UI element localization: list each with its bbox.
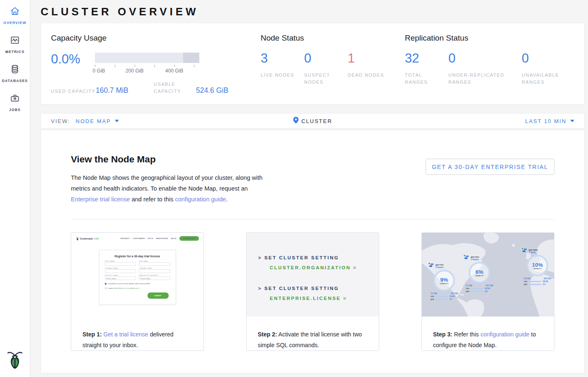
cluster-locality: geo=nyc2 Nodes <box>471 256 479 261</box>
view-value: NODE MAP <box>76 118 111 124</box>
map-cluster-ams: geo=ams1 Node 10% CAPACITY 3.6 GiB36.6 G… <box>523 249 554 285</box>
node-map-card: View the Node Map The Node Map shows the… <box>41 130 585 373</box>
status-dot-red <box>428 262 431 265</box>
sidebar-item-metrics[interactable]: METRICS <box>5 35 25 54</box>
axis-label: 200 GiB <box>126 68 143 74</box>
capacity-axis-labels: 0 GiB 200 GiB 400 GiB <box>95 68 194 74</box>
live-nodes-label: LIVE NODES <box>261 72 299 79</box>
mini-input <box>139 262 170 266</box>
mini-checkbox-label: I would like to receive email updates ab… <box>108 283 150 285</box>
view-label: VIEW: <box>51 118 70 124</box>
chevron-down-icon <box>115 120 119 122</box>
page-title: CLUSTER OVERVIEW <box>41 5 585 18</box>
sidebar-item-label: JOBS <box>9 108 21 112</box>
node-map-intro-text: View the Node Map The Node Map shows the… <box>71 153 265 205</box>
configuration-guide-link[interactable]: configuration guide <box>175 196 226 203</box>
configuration-guide-link[interactable]: configuration guide <box>480 331 529 338</box>
cpu-value: 58.3% <box>543 280 548 283</box>
mini-download-button: DOWNLOAD <box>179 236 199 241</box>
enterprise-trial-license-link[interactable]: Enterprise trial license <box>71 196 130 203</box>
cpu-bar <box>436 296 448 297</box>
mini-checkbox-label: I agree to the Software License Agreemen… <box>108 287 140 289</box>
cpu-value: 11.0% <box>450 295 455 297</box>
cpu-bar <box>471 288 483 289</box>
database-icon <box>10 64 20 76</box>
cpu-label: CPU <box>524 280 529 283</box>
time-range-dropdown[interactable]: LAST 10 MIN <box>525 118 574 124</box>
step3-label: Step 3: <box>433 331 452 338</box>
node-map-heading: View the Node Map <box>71 153 265 166</box>
description-text: and refer to this <box>130 196 175 203</box>
total-gib: 331 GiB <box>451 292 458 295</box>
cluster-label: CLUSTER <box>301 118 332 124</box>
cluster-node-count: 2 Nodes <box>436 266 443 268</box>
qps-bar <box>529 284 541 285</box>
used-gib: 3.7 GiB <box>466 285 472 287</box>
mini-select: Please Select <box>105 276 136 280</box>
cpu-bar <box>529 281 541 282</box>
app-window: OVERVIEW METRICS DATABASES <box>0 0 588 377</box>
mini-nav-item: CUSTOMERS <box>133 237 145 239</box>
cpu-value: 42.5% <box>485 288 490 290</box>
axis-label: 400 GiB <box>165 68 183 74</box>
mini-nav-item: BLOG <box>171 237 177 239</box>
trial-registration-screenshot: Cockroach LABS PRODUCT CUSTOMERS DOCS RE… <box>71 233 203 317</box>
total-gib: 43.7 GiB <box>486 285 493 287</box>
under-replicated-value: 0 <box>448 52 522 65</box>
live-nodes-value: 3 <box>261 52 304 65</box>
dead-nodes-value: 1 <box>348 52 391 65</box>
step3-text: Refer this <box>452 331 481 338</box>
mini-submit-button: SUBMIT <box>148 292 168 299</box>
sql-command-arg: ENTERPRISE.LICENSE = <box>270 293 379 303</box>
qps-value: 4.7 <box>450 298 452 300</box>
total-ranges-value: 32 <box>405 52 448 65</box>
step1-label: Step 1: <box>82 331 102 338</box>
used-capacity-value: 160.7 MiB <box>96 86 154 95</box>
suspect-nodes-stat: 0 SUSPECT NODES <box>304 52 348 86</box>
qps-label: QPS <box>466 290 471 292</box>
mini-checkbox-checked <box>105 283 107 285</box>
live-nodes-stat: 3 LIVE NODES <box>261 52 304 86</box>
qps-value: 0.4 <box>543 283 545 285</box>
sidebar-item-databases[interactable]: DATABASES <box>2 64 28 83</box>
home-icon <box>10 6 20 18</box>
get-trial-license-link[interactable]: Get a trial license <box>104 331 148 338</box>
node-status-section: Node Status 3 LIVE NODES 0 SUSPECT NODES… <box>261 23 405 104</box>
step1-card: Cockroach LABS PRODUCT CUSTOMERS DOCS RE… <box>71 232 204 351</box>
mini-select: Please Select <box>139 276 170 280</box>
description-text: . <box>226 196 227 203</box>
cluster-locality: geo=ams1 Node <box>529 249 538 254</box>
axis-label: 0 GiB <box>93 68 105 74</box>
cpu-label: CPU <box>431 295 436 297</box>
gauge-label: CAPACITY <box>475 275 484 277</box>
suspect-nodes-label: SUSPECT NODES <box>304 72 342 86</box>
view-dropdown[interactable]: VIEW: NODE MAP <box>51 118 119 124</box>
step2-caption: Step 2: Activate the trial license with … <box>247 317 379 350</box>
sidebar-item-jobs[interactable]: JOBS <box>9 93 21 112</box>
sidebar-item-overview[interactable]: OVERVIEW <box>3 6 26 25</box>
gauge-label: CAPACITY <box>533 268 542 270</box>
mini-nav-item: RESOURCES <box>156 237 168 239</box>
replication-status-title: Replication Status <box>405 34 584 43</box>
sql-commands-preview: > SET CLUSTER SETTING CLUSTER.ORGANIZATI… <box>247 233 379 317</box>
node-map-description: The Node Map shows the geographical layo… <box>71 172 265 205</box>
enterprise-trial-button[interactable]: GET A 30-DAY ENTERPRISE TRIAL <box>426 159 554 175</box>
mini-registration-form: Register for a 30-day trial license FIRS… <box>99 250 176 305</box>
qps-bar <box>471 291 483 292</box>
sidebar: OVERVIEW METRICS DATABASES <box>0 0 30 377</box>
mini-input <box>105 262 136 266</box>
sql-command-arg: CLUSTER.ORGANIZATION = <box>270 263 379 273</box>
capacity-gauge: 9% CAPACITY <box>433 270 455 291</box>
under-replicated-stat: 0 UNDER-REPLICATED RANGES <box>448 52 522 86</box>
chevron-down-icon <box>570 120 574 122</box>
time-range-value: LAST 10 MIN <box>525 118 566 124</box>
unavailable-ranges-label: UNAVAILABLE RANGES <box>522 72 560 86</box>
briefcase-icon <box>10 93 20 105</box>
mini-license-link: Software License Agreement. <box>118 287 140 289</box>
mini-logo-text: Cockroach <box>80 237 93 240</box>
qps-label: QPS <box>524 283 529 285</box>
capacity-bar-chart: 0 GiB 200 GiB 400 GiB <box>95 53 199 74</box>
gauge-percent: 9% <box>440 277 448 283</box>
steps-row: Cockroach LABS PRODUCT CUSTOMERS DOCS RE… <box>71 232 554 351</box>
mini-agree-text: I agree to the <box>108 287 118 289</box>
